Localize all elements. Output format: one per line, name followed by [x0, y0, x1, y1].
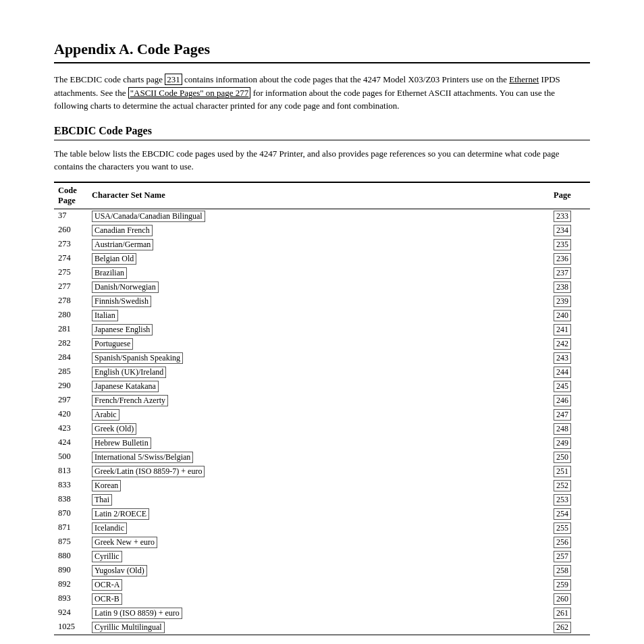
cell-char-name: Greek (Old) [88, 422, 549, 436]
cell-char-name: USA/Canada/Canadian Bilingual [88, 209, 549, 223]
cell-page-num: 242 [549, 337, 590, 351]
cell-code-page: 875 [54, 535, 88, 549]
cell-char-name: Finnish/Swedish [88, 294, 549, 308]
cell-page-num: 244 [549, 365, 590, 379]
cell-code-page: 424 [54, 436, 88, 450]
appendix-title: Appendix A. Code Pages [54, 41, 590, 63]
cell-page-num: 257 [549, 549, 590, 564]
table-row: 838Thai253 [54, 493, 590, 507]
table-row: 274Belgian Old236 [54, 252, 590, 266]
table-row: 297French/French Azerty246 [54, 394, 590, 408]
table-row: 924Latin 9 (ISO 8859) + euro261 [54, 606, 590, 620]
cell-code-page: 297 [54, 394, 88, 408]
cell-code-page: 277 [54, 280, 88, 294]
cell-page-num: 261 [549, 606, 590, 620]
cell-code-page: 285 [54, 365, 88, 379]
cell-code-page: 273 [54, 238, 88, 252]
cell-code-page: 892 [54, 578, 88, 592]
cell-char-name: OCR-B [88, 592, 549, 606]
cell-char-name: Italian [88, 308, 549, 323]
cell-char-name: Japanese English [88, 323, 549, 337]
intro-link1[interactable]: Ethernet [509, 74, 539, 84]
cell-char-name: Greek New + euro [88, 535, 549, 549]
cell-code-page: 282 [54, 337, 88, 351]
cell-code-page: 500 [54, 450, 88, 464]
cell-char-name: English (UK)/Ireland [88, 365, 549, 379]
cell-char-name: Spanish/Spanish Speaking [88, 351, 549, 365]
cell-page-num: 243 [549, 351, 590, 365]
code-table: CodePage Character Set Name Page 37USA/C… [54, 182, 590, 635]
cell-code-page: 278 [54, 294, 88, 308]
cell-code-page: 274 [54, 252, 88, 266]
cell-code-page: 420 [54, 408, 88, 422]
cell-char-name: Danish/Norwegian [88, 280, 549, 294]
table-row: 278Finnish/Swedish239 [54, 294, 590, 308]
cell-char-name: Cyrillic Multilingual [88, 620, 549, 635]
cell-char-name: Yugoslav (Old) [88, 564, 549, 578]
table-row: 284Spanish/Spanish Speaking243 [54, 351, 590, 365]
table-row: 281Japanese English241 [54, 323, 590, 337]
cell-code-page: 871 [54, 521, 88, 535]
intro-ref1: 231 [165, 74, 182, 85]
col-header-char-name: Character Set Name [88, 182, 549, 209]
cell-page-num: 237 [549, 266, 590, 280]
cell-char-name: Latin 9 (ISO 8859) + euro [88, 606, 549, 620]
table-row: 285English (UK)/Ireland244 [54, 365, 590, 379]
cell-code-page: 37 [54, 209, 88, 223]
intro-text2: contains information about the code page… [182, 74, 510, 84]
table-row: 892OCR-A259 [54, 578, 590, 592]
section-desc: The table below lists the EBCDIC code pa… [54, 147, 590, 173]
cell-char-name: Belgian Old [88, 252, 549, 266]
cell-page-num: 239 [549, 294, 590, 308]
cell-char-name: Korean [88, 479, 549, 493]
cell-char-name: Cyrillic [88, 549, 549, 564]
cell-page-num: 247 [549, 408, 590, 422]
cell-char-name: Canadian French [88, 223, 549, 238]
cell-code-page: 924 [54, 606, 88, 620]
cell-code-page: 893 [54, 592, 88, 606]
table-row: 870Latin 2/ROECE254 [54, 507, 590, 521]
table-row: 890Yugoslav (Old)258 [54, 564, 590, 578]
cell-page-num: 262 [549, 620, 590, 635]
cell-code-page: 281 [54, 323, 88, 337]
table-row: 420Arabic247 [54, 408, 590, 422]
cell-char-name: Latin 2/ROECE [88, 507, 549, 521]
cell-page-num: 248 [549, 422, 590, 436]
cell-char-name: International 5/Swiss/Belgian [88, 450, 549, 464]
table-row: 424Hebrew Bulletin249 [54, 436, 590, 450]
cell-char-name: Hebrew Bulletin [88, 436, 549, 450]
intro-link2[interactable]: "ASCII Code Pages" on page 277 [128, 87, 251, 99]
cell-code-page: 813 [54, 464, 88, 479]
cell-char-name: Icelandic [88, 521, 549, 535]
table-row: 893OCR-B260 [54, 592, 590, 606]
cell-page-num: 234 [549, 223, 590, 238]
table-row: 260Canadian French234 [54, 223, 590, 238]
cell-page-num: 238 [549, 280, 590, 294]
cell-char-name: OCR-A [88, 578, 549, 592]
table-row: 282Portuguese242 [54, 337, 590, 351]
cell-char-name: French/French Azerty [88, 394, 549, 408]
table-row: 813Greek/Latin (ISO 8859-7) + euro251 [54, 464, 590, 479]
cell-page-num: 241 [549, 323, 590, 337]
cell-page-num: 260 [549, 592, 590, 606]
cell-code-page: 284 [54, 351, 88, 365]
col-header-page: Page [549, 182, 590, 209]
cell-code-page: 260 [54, 223, 88, 238]
cell-page-num: 240 [549, 308, 590, 323]
table-row: 871Icelandic255 [54, 521, 590, 535]
table-row: 273Austrian/German235 [54, 238, 590, 252]
cell-code-page: 423 [54, 422, 88, 436]
cell-page-num: 251 [549, 464, 590, 479]
table-row: 423Greek (Old)248 [54, 422, 590, 436]
table-row: 880Cyrillic257 [54, 549, 590, 564]
cell-page-num: 236 [549, 252, 590, 266]
cell-char-name: Portuguese [88, 337, 549, 351]
cell-page-num: 250 [549, 450, 590, 464]
cell-code-page: 890 [54, 564, 88, 578]
col-header-code-page: CodePage [54, 182, 88, 209]
cell-page-num: 255 [549, 521, 590, 535]
cell-code-page: 1025 [54, 620, 88, 635]
cell-code-page: 290 [54, 379, 88, 394]
cell-char-name: Brazilian [88, 266, 549, 280]
cell-char-name: Japanese Katakana [88, 379, 549, 394]
